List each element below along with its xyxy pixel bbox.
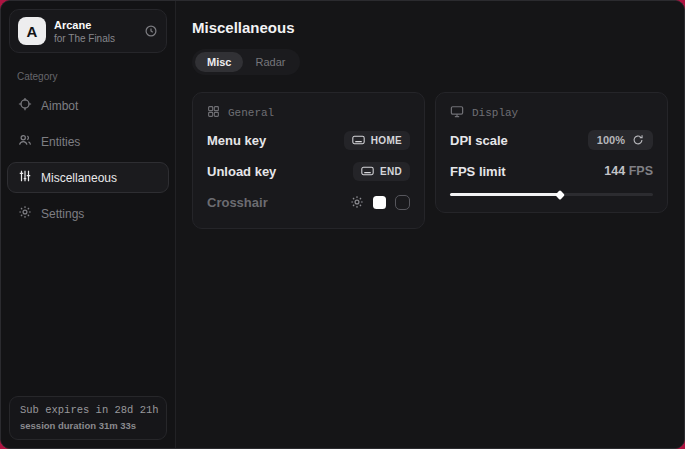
crosshair-icon [18, 97, 32, 114]
refresh-icon [632, 134, 644, 146]
menu-key-button[interactable]: HOME [344, 131, 410, 150]
unload-key-label: Unload key [207, 164, 276, 179]
app-name: Arcane [54, 19, 115, 31]
unload-key-button[interactable]: END [353, 162, 410, 181]
fps-limit-value: 144 FPS [604, 164, 653, 178]
main-panel: Miscellaneous Misc Radar General [176, 1, 684, 448]
keyboard-icon [361, 166, 374, 176]
fps-limit-row: FPS limit 144 FPS [450, 159, 653, 183]
dpi-scale-row: DPI scale 100% [450, 128, 653, 152]
crosshair-row: Crosshair [207, 190, 410, 214]
dpi-scale-value: 100% [597, 134, 625, 146]
crosshair-settings-gear-icon[interactable] [350, 195, 364, 209]
display-card-title: Display [472, 107, 518, 119]
general-card: General Menu key HOME Unload key [192, 92, 425, 229]
sidebar: A Arcane for The Finals Category Aimbot [1, 1, 176, 448]
fps-number: 144 [604, 164, 625, 178]
sidebar-item-label: Entities [41, 135, 80, 149]
subscription-card: Sub expires in 28d 21h session duration … [9, 396, 167, 440]
sidebar-item-label: Aimbot [41, 99, 78, 113]
display-card: Display DPI scale 100% FPS limit [435, 92, 668, 213]
category-label: Category [1, 61, 175, 90]
fps-limit-label: FPS limit [450, 164, 506, 179]
crosshair-checkbox[interactable] [395, 195, 410, 210]
page-title: Miscellaneous [192, 19, 668, 36]
gear-icon [18, 205, 32, 222]
menu-key-label: Menu key [207, 133, 266, 148]
session-duration: session duration 31m 33s [20, 420, 156, 431]
fps-slider-fill [450, 193, 560, 196]
dpi-scale-label: DPI scale [450, 133, 508, 148]
unload-key-row: Unload key END [207, 159, 410, 183]
dpi-scale-button[interactable]: 100% [588, 130, 653, 150]
sidebar-item-label: Settings [41, 207, 84, 221]
tab-radar[interactable]: Radar [243, 52, 297, 72]
session-clock-icon[interactable] [144, 24, 158, 38]
settings-cards: General Menu key HOME Unload key [192, 92, 668, 229]
general-card-header: General [207, 105, 410, 121]
crosshair-color-swatch[interactable] [373, 196, 386, 209]
fps-slider-thumb[interactable] [555, 190, 565, 200]
sliders-icon [18, 169, 32, 186]
general-card-title: General [228, 107, 274, 119]
crosshair-label: Crosshair [207, 195, 268, 210]
tab-bar: Misc Radar [192, 49, 300, 75]
monitor-icon [450, 105, 464, 121]
users-icon [18, 133, 32, 150]
fps-slider[interactable] [450, 193, 653, 196]
menu-key-row: Menu key HOME [207, 128, 410, 152]
keyboard-icon [352, 135, 365, 145]
sidebar-item-miscellaneous[interactable]: Miscellaneous [7, 162, 169, 193]
menu-key-value: HOME [371, 135, 402, 146]
sidebar-item-aimbot[interactable]: Aimbot [7, 90, 169, 121]
app-window: A Arcane for The Finals Category Aimbot [0, 0, 685, 449]
app-logo: A [18, 17, 46, 45]
sidebar-item-entities[interactable]: Entities [7, 126, 169, 157]
fps-unit: FPS [629, 164, 653, 178]
app-subtitle: for The Finals [54, 33, 115, 44]
app-logo-card: A Arcane for The Finals [9, 9, 167, 53]
subscription-expiry: Sub expires in 28d 21h [20, 404, 156, 416]
tab-misc[interactable]: Misc [195, 52, 243, 72]
sidebar-item-label: Miscellaneous [41, 171, 117, 185]
display-card-header: Display [450, 105, 653, 121]
sidebar-nav: Aimbot Entities Miscellaneous [1, 90, 175, 234]
grid-icon [207, 105, 220, 121]
sidebar-item-settings[interactable]: Settings [7, 198, 169, 229]
unload-key-value: END [380, 166, 402, 177]
